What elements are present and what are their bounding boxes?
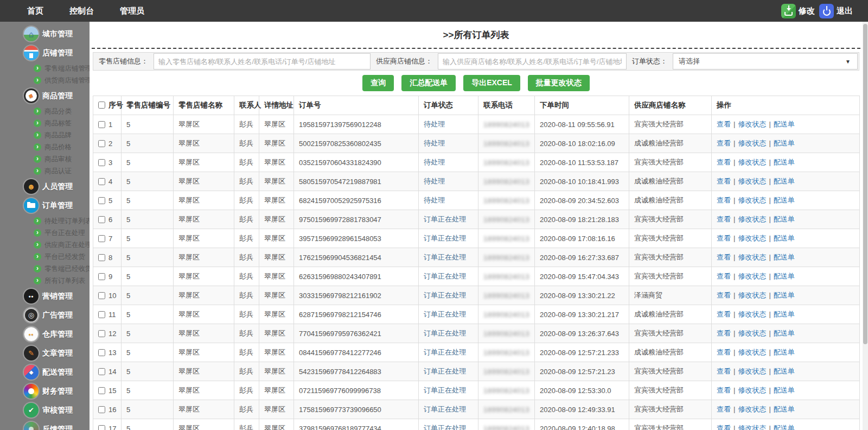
modify-status-link[interactable]: 修改状态 <box>738 367 766 375</box>
modify-status-link[interactable]: 修改状态 <box>738 405 766 413</box>
modify-status-link[interactable]: 修改状态 <box>738 329 766 337</box>
delivery-note-link[interactable]: 配送单 <box>774 139 795 147</box>
sidebar-item-12[interactable]: 反馈管理 <box>0 420 90 430</box>
nav-item-console[interactable]: 控制台 <box>56 6 107 16</box>
modify-status-link[interactable]: 修改状态 <box>738 139 766 147</box>
row-checkbox[interactable] <box>98 368 105 375</box>
modify-status-link[interactable]: 修改状态 <box>738 348 766 356</box>
view-link[interactable]: 查看 <box>717 196 731 204</box>
sidebar-subitem[interactable]: ›待处理订单列表 <box>0 215 90 227</box>
sidebar-subitem[interactable]: ›零售端已经收货 <box>0 263 90 275</box>
sidebar-item-3[interactable]: 人员管理 <box>0 177 90 196</box>
view-link[interactable]: 查看 <box>717 348 731 356</box>
row-checkbox[interactable] <box>98 311 105 318</box>
sidebar-item-1[interactable]: 店铺管理 <box>0 43 90 62</box>
sidebar-item-7[interactable]: 仓库管理 <box>0 325 90 344</box>
row-checkbox[interactable] <box>98 292 105 299</box>
row-checkbox[interactable] <box>98 197 105 204</box>
retail-shop-input[interactable] <box>154 53 371 69</box>
row-checkbox[interactable] <box>98 235 105 242</box>
delivery-note-link[interactable]: 配送单 <box>774 367 795 375</box>
sidebar-subitem[interactable]: ›所有订单列表 <box>0 275 90 287</box>
delivery-note-link[interactable]: 配送单 <box>774 272 795 280</box>
view-link[interactable]: 查看 <box>717 177 731 185</box>
view-link[interactable]: 查看 <box>717 253 731 261</box>
row-checkbox[interactable] <box>98 178 105 185</box>
row-checkbox[interactable] <box>98 254 105 261</box>
modify-status-link[interactable]: 修改状态 <box>738 310 766 318</box>
view-link[interactable]: 查看 <box>717 386 731 394</box>
row-checkbox[interactable] <box>98 216 105 223</box>
delivery-note-link[interactable]: 配送单 <box>774 310 795 318</box>
nav-item-admin[interactable]: 管理员 <box>107 6 157 16</box>
modify-status-link[interactable]: 修改状态 <box>738 253 766 261</box>
modify-status-link[interactable]: 修改状态 <box>738 177 766 185</box>
view-link[interactable]: 查看 <box>717 367 731 375</box>
view-link[interactable]: 查看 <box>717 291 731 299</box>
delivery-note-link[interactable]: 配送单 <box>774 424 795 430</box>
delivery-note-link[interactable]: 配送单 <box>774 158 795 166</box>
logout-button[interactable]: 退出 <box>819 4 853 18</box>
delivery-note-link[interactable]: 配送单 <box>774 120 795 128</box>
sidebar-subitem[interactable]: ›商品分类 <box>0 105 90 117</box>
delivery-note-link[interactable]: 配送单 <box>774 177 795 185</box>
select-all-checkbox[interactable] <box>98 102 105 109</box>
row-checkbox[interactable] <box>98 349 105 356</box>
sidebar-subitem[interactable]: ›供货商店铺管理 <box>0 74 90 86</box>
sidebar-subitem[interactable]: ›商品审核 <box>0 153 90 165</box>
sidebar-subitem[interactable]: ›平台已经发货 <box>0 251 90 263</box>
modify-status-link[interactable]: 修改状态 <box>738 272 766 280</box>
sidebar-item-0[interactable]: 城市管理 <box>0 24 90 43</box>
search-button[interactable]: 查询 <box>362 75 394 91</box>
modify-status-link[interactable]: 修改状态 <box>738 158 766 166</box>
delivery-note-link[interactable]: 配送单 <box>774 215 795 223</box>
row-checkbox[interactable] <box>98 387 105 394</box>
row-checkbox[interactable] <box>98 273 105 280</box>
row-checkbox[interactable] <box>98 159 105 166</box>
supplier-shop-input[interactable] <box>438 53 627 69</box>
view-link[interactable]: 查看 <box>717 329 731 337</box>
sidebar-item-2[interactable]: 商品管理 <box>0 86 90 105</box>
delivery-note-link[interactable]: 配送单 <box>774 253 795 261</box>
view-link[interactable]: 查看 <box>717 120 731 128</box>
modify-button[interactable]: 修改 <box>781 4 815 18</box>
delivery-note-link[interactable]: 配送单 <box>774 405 795 413</box>
modify-status-link[interactable]: 修改状态 <box>738 215 766 223</box>
delivery-note-link[interactable]: 配送单 <box>774 196 795 204</box>
summary-delivery-button[interactable]: 汇总配送单 <box>401 75 456 91</box>
export-excel-button[interactable]: 导出EXCEL <box>463 75 520 91</box>
view-link[interactable]: 查看 <box>717 215 731 223</box>
vertical-scrollbar-thumb[interactable] <box>863 24 867 344</box>
delivery-note-link[interactable]: 配送单 <box>774 291 795 299</box>
delivery-note-link[interactable]: 配送单 <box>774 329 795 337</box>
sidebar-item-8[interactable]: 文章管理 <box>0 344 90 363</box>
sidebar-subitem[interactable]: ›供应商正在处理 <box>0 239 90 251</box>
modify-status-link[interactable]: 修改状态 <box>738 291 766 299</box>
order-status-select[interactable]: 请选择 ▼ <box>673 53 858 69</box>
nav-item-home[interactable]: 首页 <box>0 6 56 16</box>
modify-status-link[interactable]: 修改状态 <box>738 120 766 128</box>
modify-status-link[interactable]: 修改状态 <box>738 424 766 430</box>
batch-update-status-button[interactable]: 批量更改状态 <box>528 75 590 91</box>
view-link[interactable]: 查看 <box>717 424 731 430</box>
row-checkbox[interactable] <box>98 140 105 147</box>
sidebar-item-4[interactable]: 订单管理 <box>0 196 90 215</box>
sidebar-item-5[interactable]: 营销管理 <box>0 287 90 306</box>
delivery-note-link[interactable]: 配送单 <box>774 234 795 242</box>
sidebar-subitem[interactable]: ›商品品牌 <box>0 129 90 141</box>
row-checkbox[interactable] <box>98 425 105 430</box>
sidebar-item-6[interactable]: 广告管理 <box>0 306 90 325</box>
delivery-note-link[interactable]: 配送单 <box>774 386 795 394</box>
sidebar-subitem[interactable]: ›商品认证 <box>0 165 90 177</box>
row-checkbox[interactable] <box>98 406 105 413</box>
sidebar-subitem[interactable]: ›平台正在处理 <box>0 227 90 239</box>
view-link[interactable]: 查看 <box>717 234 731 242</box>
sidebar-subitem[interactable]: ›零售端店铺管理 <box>0 62 90 74</box>
row-checkbox[interactable] <box>98 121 105 128</box>
view-link[interactable]: 查看 <box>717 158 731 166</box>
sidebar-subitem[interactable]: ›商品价格 <box>0 141 90 153</box>
sidebar-item-10[interactable]: 财务管理 <box>0 382 90 401</box>
view-link[interactable]: 查看 <box>717 310 731 318</box>
row-checkbox[interactable] <box>98 330 105 337</box>
view-link[interactable]: 查看 <box>717 405 731 413</box>
